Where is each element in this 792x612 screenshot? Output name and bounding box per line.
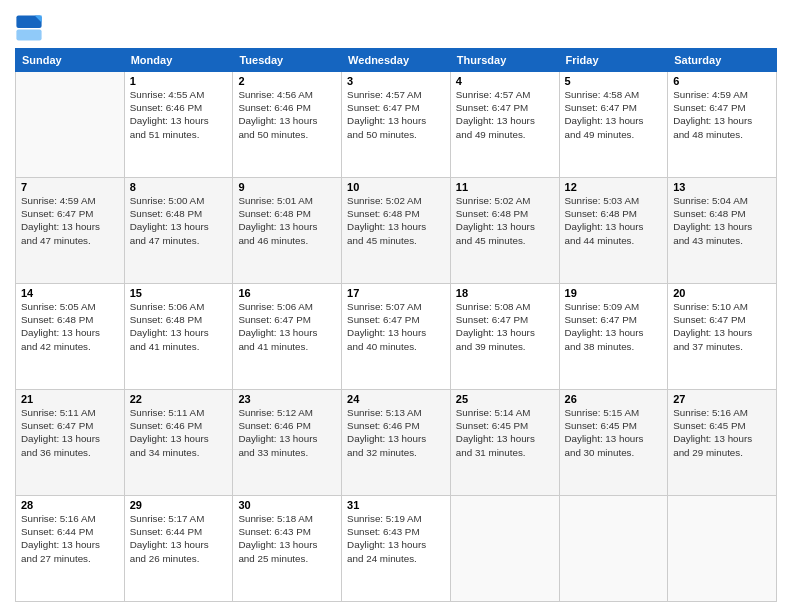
day-info: Sunrise: 5:18 AMSunset: 6:43 PMDaylight:… xyxy=(238,512,336,565)
day-number: 18 xyxy=(456,287,554,299)
day-number: 4 xyxy=(456,75,554,87)
calendar-cell: 28Sunrise: 5:16 AMSunset: 6:44 PMDayligh… xyxy=(16,496,125,602)
calendar-cell xyxy=(559,496,668,602)
calendar-week-row: 14Sunrise: 5:05 AMSunset: 6:48 PMDayligh… xyxy=(16,284,777,390)
day-info: Sunrise: 5:11 AMSunset: 6:47 PMDaylight:… xyxy=(21,406,119,459)
day-number: 16 xyxy=(238,287,336,299)
calendar-cell: 11Sunrise: 5:02 AMSunset: 6:48 PMDayligh… xyxy=(450,178,559,284)
calendar-week-row: 7Sunrise: 4:59 AMSunset: 6:47 PMDaylight… xyxy=(16,178,777,284)
day-info: Sunrise: 4:57 AMSunset: 6:47 PMDaylight:… xyxy=(456,88,554,141)
day-info: Sunrise: 5:07 AMSunset: 6:47 PMDaylight:… xyxy=(347,300,445,353)
calendar-cell: 3Sunrise: 4:57 AMSunset: 6:47 PMDaylight… xyxy=(342,72,451,178)
day-number: 26 xyxy=(565,393,663,405)
calendar-cell: 16Sunrise: 5:06 AMSunset: 6:47 PMDayligh… xyxy=(233,284,342,390)
day-number: 19 xyxy=(565,287,663,299)
calendar-cell: 26Sunrise: 5:15 AMSunset: 6:45 PMDayligh… xyxy=(559,390,668,496)
calendar-cell xyxy=(16,72,125,178)
calendar-cell: 14Sunrise: 5:05 AMSunset: 6:48 PMDayligh… xyxy=(16,284,125,390)
day-info: Sunrise: 5:05 AMSunset: 6:48 PMDaylight:… xyxy=(21,300,119,353)
day-number: 30 xyxy=(238,499,336,511)
calendar-week-row: 1Sunrise: 4:55 AMSunset: 6:46 PMDaylight… xyxy=(16,72,777,178)
day-info: Sunrise: 5:13 AMSunset: 6:46 PMDaylight:… xyxy=(347,406,445,459)
day-number: 1 xyxy=(130,75,228,87)
calendar-header-thursday: Thursday xyxy=(450,49,559,72)
day-info: Sunrise: 5:03 AMSunset: 6:48 PMDaylight:… xyxy=(565,194,663,247)
day-number: 12 xyxy=(565,181,663,193)
day-number: 29 xyxy=(130,499,228,511)
calendar-cell: 23Sunrise: 5:12 AMSunset: 6:46 PMDayligh… xyxy=(233,390,342,496)
day-info: Sunrise: 5:02 AMSunset: 6:48 PMDaylight:… xyxy=(456,194,554,247)
calendar-cell: 17Sunrise: 5:07 AMSunset: 6:47 PMDayligh… xyxy=(342,284,451,390)
calendar-cell: 24Sunrise: 5:13 AMSunset: 6:46 PMDayligh… xyxy=(342,390,451,496)
calendar-table: SundayMondayTuesdayWednesdayThursdayFrid… xyxy=(15,48,777,602)
day-info: Sunrise: 5:19 AMSunset: 6:43 PMDaylight:… xyxy=(347,512,445,565)
day-info: Sunrise: 5:04 AMSunset: 6:48 PMDaylight:… xyxy=(673,194,771,247)
day-number: 14 xyxy=(21,287,119,299)
day-number: 2 xyxy=(238,75,336,87)
day-number: 22 xyxy=(130,393,228,405)
day-info: Sunrise: 5:11 AMSunset: 6:46 PMDaylight:… xyxy=(130,406,228,459)
calendar-header-saturday: Saturday xyxy=(668,49,777,72)
day-info: Sunrise: 5:00 AMSunset: 6:48 PMDaylight:… xyxy=(130,194,228,247)
calendar-cell: 6Sunrise: 4:59 AMSunset: 6:47 PMDaylight… xyxy=(668,72,777,178)
day-number: 23 xyxy=(238,393,336,405)
calendar-header-sunday: Sunday xyxy=(16,49,125,72)
calendar-cell: 7Sunrise: 4:59 AMSunset: 6:47 PMDaylight… xyxy=(16,178,125,284)
day-info: Sunrise: 5:16 AMSunset: 6:45 PMDaylight:… xyxy=(673,406,771,459)
day-number: 20 xyxy=(673,287,771,299)
day-info: Sunrise: 5:08 AMSunset: 6:47 PMDaylight:… xyxy=(456,300,554,353)
day-info: Sunrise: 5:15 AMSunset: 6:45 PMDaylight:… xyxy=(565,406,663,459)
day-info: Sunrise: 5:06 AMSunset: 6:48 PMDaylight:… xyxy=(130,300,228,353)
calendar-cell: 31Sunrise: 5:19 AMSunset: 6:43 PMDayligh… xyxy=(342,496,451,602)
calendar-week-row: 21Sunrise: 5:11 AMSunset: 6:47 PMDayligh… xyxy=(16,390,777,496)
logo xyxy=(15,14,45,42)
calendar-cell: 20Sunrise: 5:10 AMSunset: 6:47 PMDayligh… xyxy=(668,284,777,390)
calendar-header-friday: Friday xyxy=(559,49,668,72)
day-number: 6 xyxy=(673,75,771,87)
calendar-cell: 27Sunrise: 5:16 AMSunset: 6:45 PMDayligh… xyxy=(668,390,777,496)
day-info: Sunrise: 4:59 AMSunset: 6:47 PMDaylight:… xyxy=(673,88,771,141)
day-number: 15 xyxy=(130,287,228,299)
day-info: Sunrise: 5:10 AMSunset: 6:47 PMDaylight:… xyxy=(673,300,771,353)
calendar-cell: 25Sunrise: 5:14 AMSunset: 6:45 PMDayligh… xyxy=(450,390,559,496)
calendar-cell xyxy=(668,496,777,602)
calendar-header-monday: Monday xyxy=(124,49,233,72)
day-info: Sunrise: 5:01 AMSunset: 6:48 PMDaylight:… xyxy=(238,194,336,247)
calendar-cell: 19Sunrise: 5:09 AMSunset: 6:47 PMDayligh… xyxy=(559,284,668,390)
calendar-cell: 15Sunrise: 5:06 AMSunset: 6:48 PMDayligh… xyxy=(124,284,233,390)
day-info: Sunrise: 5:16 AMSunset: 6:44 PMDaylight:… xyxy=(21,512,119,565)
day-info: Sunrise: 5:06 AMSunset: 6:47 PMDaylight:… xyxy=(238,300,336,353)
calendar-cell: 10Sunrise: 5:02 AMSunset: 6:48 PMDayligh… xyxy=(342,178,451,284)
day-number: 11 xyxy=(456,181,554,193)
day-number: 8 xyxy=(130,181,228,193)
day-info: Sunrise: 5:09 AMSunset: 6:47 PMDaylight:… xyxy=(565,300,663,353)
day-number: 21 xyxy=(21,393,119,405)
day-info: Sunrise: 4:56 AMSunset: 6:46 PMDaylight:… xyxy=(238,88,336,141)
svg-rect-1 xyxy=(16,29,41,40)
day-number: 31 xyxy=(347,499,445,511)
calendar-cell: 9Sunrise: 5:01 AMSunset: 6:48 PMDaylight… xyxy=(233,178,342,284)
day-number: 17 xyxy=(347,287,445,299)
calendar-cell: 2Sunrise: 4:56 AMSunset: 6:46 PMDaylight… xyxy=(233,72,342,178)
calendar-cell: 8Sunrise: 5:00 AMSunset: 6:48 PMDaylight… xyxy=(124,178,233,284)
day-info: Sunrise: 4:58 AMSunset: 6:47 PMDaylight:… xyxy=(565,88,663,141)
calendar-cell: 29Sunrise: 5:17 AMSunset: 6:44 PMDayligh… xyxy=(124,496,233,602)
day-info: Sunrise: 5:17 AMSunset: 6:44 PMDaylight:… xyxy=(130,512,228,565)
day-number: 24 xyxy=(347,393,445,405)
calendar-cell: 5Sunrise: 4:58 AMSunset: 6:47 PMDaylight… xyxy=(559,72,668,178)
calendar-cell: 18Sunrise: 5:08 AMSunset: 6:47 PMDayligh… xyxy=(450,284,559,390)
day-number: 28 xyxy=(21,499,119,511)
calendar-header-wednesday: Wednesday xyxy=(342,49,451,72)
calendar-header-tuesday: Tuesday xyxy=(233,49,342,72)
day-info: Sunrise: 4:57 AMSunset: 6:47 PMDaylight:… xyxy=(347,88,445,141)
calendar-cell: 22Sunrise: 5:11 AMSunset: 6:46 PMDayligh… xyxy=(124,390,233,496)
day-number: 5 xyxy=(565,75,663,87)
calendar-header-row: SundayMondayTuesdayWednesdayThursdayFrid… xyxy=(16,49,777,72)
calendar-cell xyxy=(450,496,559,602)
logo-icon xyxy=(15,14,43,42)
calendar-cell: 4Sunrise: 4:57 AMSunset: 6:47 PMDaylight… xyxy=(450,72,559,178)
day-number: 9 xyxy=(238,181,336,193)
calendar-cell: 30Sunrise: 5:18 AMSunset: 6:43 PMDayligh… xyxy=(233,496,342,602)
calendar-cell: 12Sunrise: 5:03 AMSunset: 6:48 PMDayligh… xyxy=(559,178,668,284)
day-number: 27 xyxy=(673,393,771,405)
